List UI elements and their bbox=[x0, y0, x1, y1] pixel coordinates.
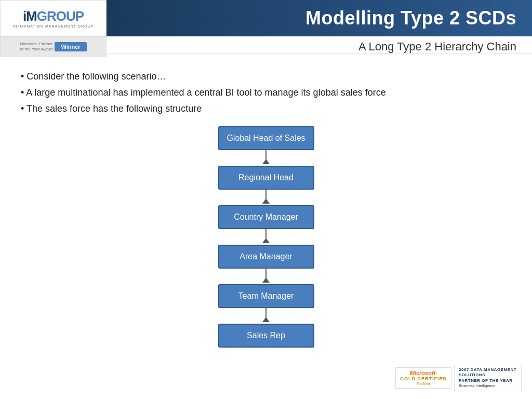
hier-box-team-manager: Team Manager bbox=[218, 284, 314, 308]
page-title: Modelling Type 2 SCDs bbox=[305, 7, 516, 29]
subtitle-text: A Long Type 2 Hierarchy Chain bbox=[358, 40, 516, 54]
hier-arrow-4 bbox=[262, 269, 270, 284]
award-year: 2007 DATA MANAGEMENT SOLUTIONS bbox=[459, 367, 517, 378]
logo-subtitle: INFORMATION MANAGEMENT GROUP bbox=[12, 24, 94, 28]
diagram-area: Global Head of Sales Regional Head Count… bbox=[21, 126, 511, 348]
hier-box-country-manager: Country Manager bbox=[218, 205, 314, 229]
logo-area: iMGROUP INFORMATION MANAGEMENT GROUP bbox=[0, 0, 107, 36]
subtitle-area: A Long Type 2 Hierarchy Chain bbox=[107, 40, 532, 54]
logo-im: iM bbox=[23, 8, 37, 24]
winner-label: Winner bbox=[55, 42, 86, 51]
hier-box-area-manager: Area Manager bbox=[218, 245, 314, 269]
hier-box-regional-head: Regional Head bbox=[218, 166, 314, 190]
bullet-list: Consider the following scenario… A large… bbox=[21, 70, 511, 116]
winner-badge-area: Microsoft, Partner of the Year Award Win… bbox=[0, 36, 107, 57]
hier-arrow-1 bbox=[262, 150, 270, 166]
hierarchy-container: Global Head of Sales Regional Head Count… bbox=[218, 126, 314, 348]
header: iMGROUP INFORMATION MANAGEMENT GROUP Mod… bbox=[0, 0, 532, 36]
footer: Microsoft· GOLD CERTIFIED Partner 2007 D… bbox=[395, 365, 522, 391]
ms-logo: Microsoft· bbox=[410, 370, 437, 376]
award-title: PARTNER OF THE YEAR bbox=[459, 378, 517, 383]
ms-gold-label: GOLD CERTIFIED bbox=[400, 376, 447, 381]
hier-arrow-5 bbox=[262, 308, 270, 324]
partner-of-year: 2007 DATA MANAGEMENT SOLUTIONS PARTNER O… bbox=[454, 365, 522, 391]
bullet-item-2: A large multinational has implemented a … bbox=[21, 86, 511, 99]
left-content: Consider the following scenario… A large… bbox=[21, 70, 511, 348]
award-sub: Business Intelligence bbox=[459, 383, 517, 389]
bullet-item-1: Consider the following scenario… bbox=[21, 70, 511, 83]
hier-box-global-head: Global Head of Sales bbox=[218, 126, 314, 150]
title-area: Modelling Type 2 SCDs bbox=[107, 0, 532, 36]
bullet-item-3: The sales force has the following struct… bbox=[21, 102, 511, 115]
partner-label: Partner bbox=[417, 381, 430, 386]
subtitle-bar: Microsoft, Partner of the Year Award Win… bbox=[0, 36, 532, 57]
hier-arrow-3 bbox=[262, 229, 270, 245]
logo-group: GROUP bbox=[37, 8, 84, 24]
logo: iMGROUP bbox=[23, 8, 84, 24]
main-content: Consider the following scenario… A large… bbox=[0, 57, 532, 358]
hier-box-sales-rep: Sales Rep bbox=[218, 324, 314, 348]
ms-gold-badge: Microsoft· GOLD CERTIFIED Partner bbox=[395, 367, 451, 389]
hier-arrow-2 bbox=[262, 190, 270, 205]
